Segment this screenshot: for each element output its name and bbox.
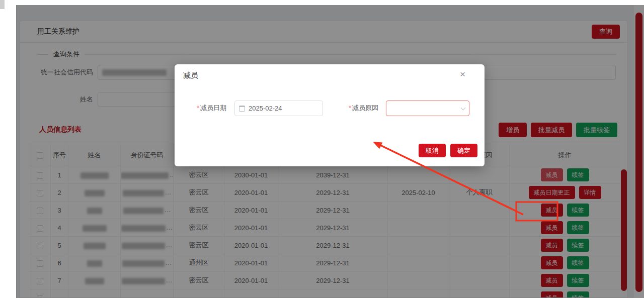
calendar-icon (239, 106, 245, 112)
modal-title: 减员 (183, 71, 198, 80)
reduce-date-input[interactable]: 2025-02-24 (234, 101, 323, 116)
reduce-reason-select[interactable] (386, 101, 469, 116)
confirm-button[interactable]: 确定 (450, 144, 477, 157)
required-asterisk: * (197, 104, 199, 112)
cancel-button[interactable]: 取消 (419, 144, 446, 157)
required-asterisk: * (349, 104, 351, 112)
scrollbar-corner-artifact (0, 0, 5, 9)
close-icon[interactable]: × (460, 69, 465, 79)
chevron-down-icon (461, 105, 466, 110)
reduce-date-value: 2025-02-24 (249, 105, 282, 112)
reduce-reason-label: *减员原因 (349, 101, 378, 116)
modal-footer: 取消 确定 (419, 144, 477, 157)
reduce-date-label: *减员日期 (197, 101, 226, 116)
reduce-staff-modal: 减员 × *减员日期 2025-02-24 *减员原因 取消 确定 (175, 64, 485, 166)
